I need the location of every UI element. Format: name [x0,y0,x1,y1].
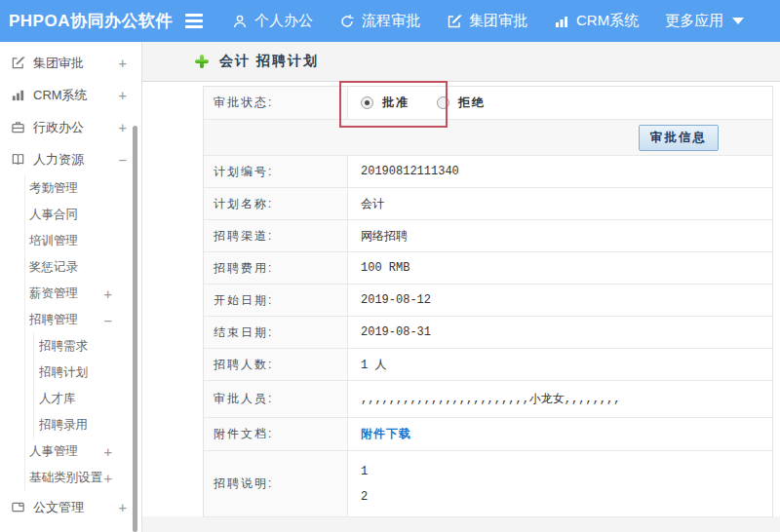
main-content: 会计 招聘计划 审批状态: 批准 拒绝 [142,42,780,532]
expand-plus-icon[interactable]: + [104,286,112,302]
sidebar-item-label: 人力资源 [33,151,84,169]
nav-item-label: 个人办公 [254,12,313,30]
field-value: ,,,,,,,,,,,,,,,,,,,,,,,,小龙女,,,,,,,, [348,381,772,417]
sidebar-item-hr-contract[interactable]: 人事合同 [25,202,141,228]
radio-approve[interactable] [361,96,373,109]
sidebar-item-vehicle-mgmt[interactable]: 用车管理 + [0,523,141,532]
field-value: 100 RMB [348,252,772,284]
expand-plus-icon[interactable]: + [104,444,112,460]
row-headcount: 招聘人数: 1 人 [204,349,772,381]
sidebar-item-base-category[interactable]: 基础类别设置 + [25,465,141,491]
sidebar-item-recruit-mgmt[interactable]: 招聘管理 − [25,307,141,333]
sidebar-item-label: 人事管理 [29,443,78,460]
sidebar-item-label: 招聘计划 [39,364,88,381]
hr-submenu: 考勤管理 人事合同 培训管理 奖惩记录 薪资管理 + 招聘管理 − [24,175,141,491]
sidebar-item-label: 招聘录用 [39,417,88,434]
top-bar: PHPOA协同办公软件 个人办公 流程审批 [0,0,780,42]
sidebar-item-label: 行政办公 [33,119,84,136]
sidebar-item-label: 公文管理 [33,499,84,516]
expand-plus-icon[interactable]: + [119,88,127,103]
sidebar-item-training[interactable]: 培训管理 [25,228,141,254]
nav-personal-office[interactable]: 个人办公 [232,12,313,30]
row-end-date: 结束日期: 2019-08-31 [204,317,772,349]
sidebar-item-label: 人才库 [39,391,76,407]
sidebar-item-personnel-mgmt[interactable]: 人事管理 + [25,438,141,465]
document-icon [10,500,25,514]
sidebar-item-label: CRM系统 [33,87,88,104]
sidebar-item-attendance[interactable]: 考勤管理 [25,175,141,202]
field-value: 2019-08-31 [348,317,772,348]
field-value: 1 人 [348,349,772,380]
sidebar-item-label: 薪资管理 [29,285,78,302]
collapse-minus-icon[interactable]: − [104,313,112,328]
content-panel: 审批状态: 批准 拒绝 审批信 [142,82,780,516]
field-value: 2019-08-12 [348,285,772,316]
hamburger-menu-icon[interactable] [185,14,207,28]
nav-item-label: 流程审批 [362,12,420,30]
field-label: 招聘渠道: [204,220,348,251]
sidebar-item-label: 培训管理 [29,233,78,249]
field-label: 招聘费用: [204,252,348,284]
radio-reject-label: 拒绝 [458,95,486,111]
approve-info-button[interactable]: 审批信息 [639,125,719,151]
sidebar-item-admin-office[interactable]: 行政办公 + [0,111,141,143]
description-line: 2 [361,490,368,504]
collapse-minus-icon[interactable]: − [119,152,127,168]
sidebar-item-document-mgmt[interactable]: 公文管理 + [0,491,141,523]
add-plus-icon[interactable] [195,55,209,68]
radio-approve-label: 批准 [382,95,410,111]
recruit-submenu: 招聘需求 招聘计划 人才库 招聘录用 [33,333,141,438]
sidebar-item-crm[interactable]: CRM系统 + [0,79,141,111]
bar-chart-icon [10,88,25,102]
edit-icon [447,14,462,29]
page-title: 会计 招聘计划 [219,53,319,70]
attachment-download-link[interactable]: 附件下载 [361,426,411,442]
expand-plus-icon[interactable]: + [119,120,127,135]
nav-process-approval[interactable]: 流程审批 [339,12,420,30]
row-plan-name: 计划名称: 会计 [204,188,772,220]
approval-radio-group: 批准 拒绝 [361,95,486,111]
app-window: PHPOA协同办公软件 个人办公 流程审批 [0,0,780,532]
recruit-plan-form: 审批状态: 批准 拒绝 审批信 [203,86,773,517]
sidebar-item-label: 招聘管理 [29,312,78,328]
sidebar-item-recruit-hire[interactable]: 招聘录用 [34,412,141,438]
sidebar-item-rewards[interactable]: 奖惩记录 [25,254,141,281]
sidebar-scrollbar[interactable] [133,126,137,532]
row-recruit-cost: 招聘费用: 100 RMB [204,252,772,285]
radio-reject[interactable] [437,96,449,109]
sidebar-item-label: 基础类别设置 [29,470,102,486]
row-approval-status: 审批状态: 批准 拒绝 [204,87,772,120]
sidebar-item-label: 考勤管理 [29,180,78,197]
sidebar-item-label: 集团审批 [33,55,84,72]
sidebar-item-label: 奖惩记录 [29,259,78,276]
nav-item-label: 更多应用 [665,12,723,30]
row-attachment: 附件文档: 附件下载 [204,418,772,451]
field-label: 审批状态: [204,87,348,119]
nav-item-label: CRM系统 [576,12,639,30]
sidebar-item-human-resources[interactable]: 人力资源 − [0,143,141,175]
sidebar-item-recruit-demand[interactable]: 招聘需求 [34,333,141,360]
page-header: 会计 招聘计划 [142,42,780,82]
caret-down-icon [732,18,744,24]
expand-plus-icon[interactable]: + [119,500,127,515]
sidebar-item-group-approval[interactable]: 集团审批 + [0,47,141,79]
field-value: 会计 [348,188,772,219]
field-value: 网络招聘 [348,220,772,251]
field-value: 20190812111340 [348,156,772,187]
expand-plus-icon[interactable]: + [104,471,112,486]
nav-crm-system[interactable]: CRM系统 [554,12,639,30]
sidebar-item-talent-pool[interactable]: 人才库 [34,386,141,412]
row-plan-number: 计划编号: 20190812111340 [204,156,772,188]
sidebar: 集团审批 + CRM系统 + 行政办公 + [0,42,142,532]
field-value: 1 2 [348,451,772,516]
user-icon [232,14,248,29]
briefcase-icon [10,120,25,134]
sidebar-item-salary[interactable]: 薪资管理 + [25,281,141,307]
expand-plus-icon[interactable]: + [119,56,127,71]
nav-group-approval[interactable]: 集团审批 [447,12,527,30]
field-label: 计划编号: [204,156,348,187]
sidebar-item-recruit-plan[interactable]: 招聘计划 [34,360,141,386]
field-label: 招聘说明: [204,451,348,516]
nav-more-apps[interactable]: 更多应用 [665,12,744,30]
row-description: 招聘说明: 1 2 [204,451,772,517]
